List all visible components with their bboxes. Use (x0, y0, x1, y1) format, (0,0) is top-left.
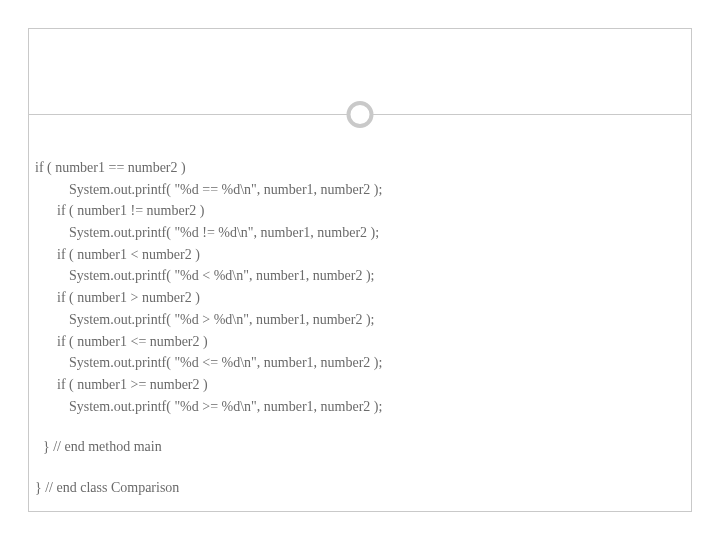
code-line: if ( number1 >= number2 ) (35, 374, 685, 396)
code-line: if ( number1 != number2 ) (35, 200, 685, 222)
code-line: } // end class Comparison (35, 477, 685, 499)
code-line: System.out.printf( "%d <= %d\n", number1… (35, 352, 685, 374)
slide: if ( number1 == number2 ) System.out.pri… (0, 0, 720, 540)
blank-line (35, 417, 685, 436)
code-line: if ( number1 == number2 ) (35, 157, 685, 179)
code-line: if ( number1 < number2 ) (35, 244, 685, 266)
code-line: if ( number1 <= number2 ) (35, 331, 685, 353)
code-block: if ( number1 == number2 ) System.out.pri… (35, 157, 685, 498)
code-line: System.out.printf( "%d >= %d\n", number1… (35, 396, 685, 418)
code-line: System.out.printf( "%d != %d\n", number1… (35, 222, 685, 244)
blank-line (35, 458, 685, 477)
slide-frame: if ( number1 == number2 ) System.out.pri… (28, 28, 692, 512)
code-line: System.out.printf( "%d == %d\n", number1… (35, 179, 685, 201)
code-line: } // end method main (35, 436, 685, 458)
ring-icon (347, 101, 374, 128)
code-line: if ( number1 > number2 ) (35, 287, 685, 309)
code-line: System.out.printf( "%d < %d\n", number1,… (35, 265, 685, 287)
code-line: System.out.printf( "%d > %d\n", number1,… (35, 309, 685, 331)
